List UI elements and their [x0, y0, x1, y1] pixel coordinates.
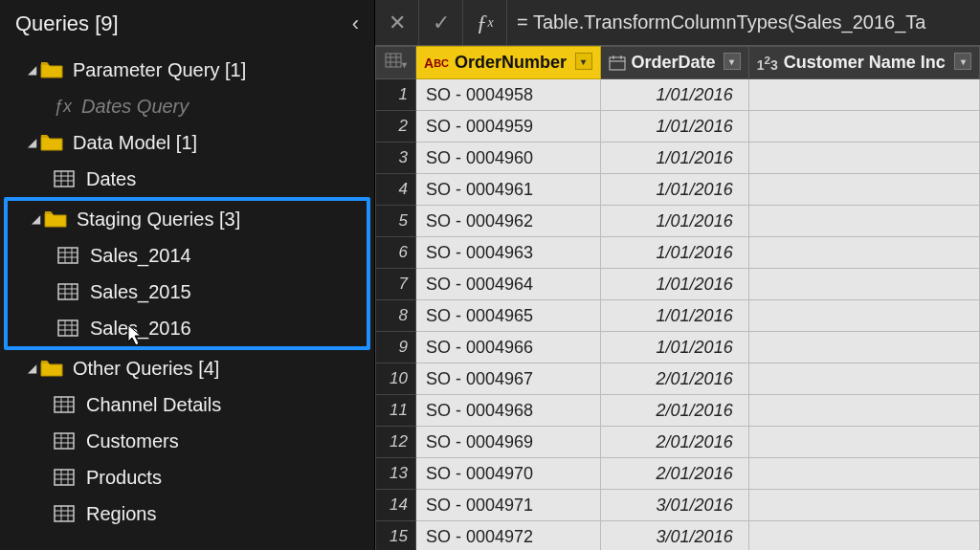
accept-formula-button[interactable]: ✓: [419, 0, 463, 45]
row-number: 12: [376, 427, 416, 458]
query-item[interactable]: Products: [4, 459, 370, 495]
table-row[interactable]: 6SO - 00049631/01/2016: [376, 237, 980, 269]
table-row[interactable]: 2SO - 00049591/01/2016: [376, 111, 980, 143]
cell-date[interactable]: 1/01/2016: [600, 300, 748, 332]
cell-customer[interactable]: [748, 237, 979, 269]
cell-date[interactable]: 1/01/2016: [600, 79, 748, 111]
table-row[interactable]: 1SO - 00049581/01/2016: [376, 79, 980, 111]
cell-order[interactable]: SO - 0004965: [416, 300, 601, 332]
cell-date[interactable]: 1/01/2016: [600, 237, 748, 269]
table-row[interactable]: 5SO - 00049621/01/2016: [376, 206, 980, 237]
cell-customer[interactable]: [748, 363, 979, 395]
query-group[interactable]: ◢Data Model [1]: [4, 124, 370, 161]
row-header-corner[interactable]: ▾: [376, 47, 416, 79]
cell-date[interactable]: 2/01/2016: [600, 363, 748, 395]
fx-icon[interactable]: ƒx: [463, 0, 507, 45]
table-row[interactable]: 13SO - 00049702/01/2016: [376, 458, 980, 490]
column-header[interactable]: OrderDate▾: [600, 47, 748, 79]
cell-date[interactable]: 2/01/2016: [600, 458, 748, 490]
table-row[interactable]: 7SO - 00049641/01/2016: [376, 269, 980, 300]
table-row[interactable]: 9SO - 00049661/01/2016: [376, 332, 980, 363]
table-icon: [54, 505, 75, 522]
cell-order[interactable]: SO - 0004963: [416, 237, 601, 269]
cancel-formula-button[interactable]: ✕: [375, 0, 419, 45]
cell-date[interactable]: 1/01/2016: [600, 206, 748, 237]
row-number: 15: [376, 521, 416, 550]
table-row[interactable]: 3SO - 00049601/01/2016: [376, 143, 980, 174]
cell-customer[interactable]: [748, 332, 979, 363]
svg-rect-5: [58, 248, 78, 263]
table-icon: [54, 432, 75, 450]
query-item[interactable]: Customers: [4, 423, 370, 459]
cell-order[interactable]: SO - 0004972: [416, 521, 601, 550]
cell-order[interactable]: SO - 0004962: [416, 206, 601, 237]
cell-date[interactable]: 2/01/2016: [600, 427, 748, 458]
column-filter-icon[interactable]: ▾: [954, 53, 971, 70]
row-number: 8: [376, 300, 416, 332]
cell-date[interactable]: 1/01/2016: [600, 269, 748, 300]
query-group[interactable]: ◢Staging Queries [3]: [8, 201, 367, 237]
cell-date[interactable]: 1/01/2016: [600, 174, 748, 206]
cell-customer[interactable]: [748, 143, 979, 174]
cell-customer[interactable]: [748, 300, 979, 332]
query-group[interactable]: ◢Other Queries [4]: [4, 350, 370, 386]
table-row[interactable]: 11SO - 00049682/01/2016: [376, 395, 980, 427]
cell-order[interactable]: SO - 0004971: [416, 490, 601, 521]
query-label: Customers: [86, 430, 179, 452]
query-item[interactable]: Sales_2014: [8, 237, 367, 274]
cell-order[interactable]: SO - 0004964: [416, 269, 601, 300]
cell-customer[interactable]: [748, 269, 979, 300]
cell-customer[interactable]: [748, 174, 979, 206]
column-filter-icon[interactable]: ▾: [724, 53, 741, 70]
query-item[interactable]: Dates: [4, 161, 370, 197]
cell-order[interactable]: SO - 0004969: [416, 427, 601, 458]
cell-date[interactable]: 2/01/2016: [600, 395, 748, 427]
cell-date[interactable]: 1/01/2016: [600, 332, 748, 363]
cell-order[interactable]: SO - 0004966: [416, 332, 601, 363]
cell-order[interactable]: SO - 0004959: [416, 111, 601, 143]
column-header[interactable]: 123Customer Name Inc▾: [748, 47, 979, 79]
table-row[interactable]: 15SO - 00049723/01/2016: [376, 521, 980, 550]
cell-date[interactable]: 3/01/2016: [600, 490, 748, 521]
query-item[interactable]: Channel Details: [4, 386, 370, 423]
cell-order[interactable]: SO - 0004968: [416, 395, 601, 427]
row-number: 7: [376, 269, 416, 300]
cell-date[interactable]: 1/01/2016: [600, 143, 748, 174]
query-label: Channel Details: [86, 394, 221, 416]
cell-customer[interactable]: [748, 490, 979, 521]
cell-customer[interactable]: [748, 395, 979, 427]
query-item[interactable]: ƒxDates Query: [4, 88, 370, 124]
table-row[interactable]: 4SO - 00049611/01/2016: [376, 174, 980, 206]
column-header[interactable]: ABCOrderNumber▾: [416, 47, 601, 79]
cell-order[interactable]: SO - 0004961: [416, 174, 601, 206]
cell-customer[interactable]: [748, 206, 979, 237]
cell-customer[interactable]: [748, 79, 979, 111]
table-icon: [54, 170, 75, 187]
cell-customer[interactable]: [748, 427, 979, 458]
cell-customer[interactable]: [748, 111, 979, 143]
collapse-panel-icon[interactable]: ‹: [352, 11, 359, 36]
cell-order[interactable]: SO - 0004960: [416, 143, 601, 174]
cell-date[interactable]: 3/01/2016: [600, 521, 748, 550]
cell-order[interactable]: SO - 0004967: [416, 363, 601, 395]
cell-order[interactable]: SO - 0004958: [416, 79, 601, 111]
query-group[interactable]: ◢Parameter Query [1]: [4, 52, 370, 88]
cell-order[interactable]: SO - 0004970: [416, 458, 601, 490]
table-row[interactable]: 8SO - 00049651/01/2016: [376, 300, 980, 332]
caret-down-icon: ◢: [23, 136, 40, 149]
caret-down-icon: ◢: [23, 362, 40, 375]
cell-customer[interactable]: [748, 458, 979, 490]
formula-input[interactable]: [507, 0, 980, 45]
table-row[interactable]: 12SO - 00049692/01/2016: [376, 427, 980, 458]
column-filter-icon[interactable]: ▾: [575, 53, 592, 70]
row-number: 9: [376, 332, 416, 363]
table-row[interactable]: 14SO - 00049713/01/2016: [376, 490, 980, 521]
svg-rect-0: [55, 171, 74, 187]
table-row[interactable]: 10SO - 00049672/01/2016: [376, 363, 980, 395]
cell-customer[interactable]: [748, 521, 979, 550]
query-item[interactable]: Sales_2015: [8, 274, 367, 310]
query-item[interactable]: Regions: [4, 495, 370, 532]
cell-date[interactable]: 1/01/2016: [600, 111, 748, 143]
column-name: Customer Name Inc: [784, 53, 946, 72]
query-item[interactable]: Sales_2016: [8, 310, 367, 346]
